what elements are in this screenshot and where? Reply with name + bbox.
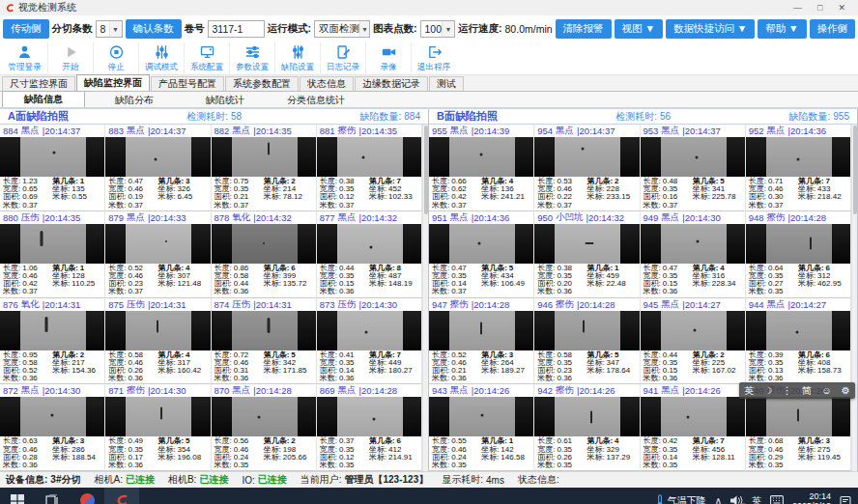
defect-cell[interactable]: 880 压伤 |20:14:35 长度:1.06 宽度:0.46 面积:0.42… (0, 211, 105, 298)
defect-meta: 长度:0.37 宽度:0.35 面积:0.12 米数:0.35 第几条:6 坐标… (317, 436, 421, 470)
defect-cell[interactable]: 873 压伤 |20:14:30 长度:0.41 宽度:0.35 面积:0.14… (317, 298, 422, 385)
scrollbar-thumb[interactable] (853, 126, 857, 214)
defect-cell[interactable]: 879 黑点 |20:14:33 长度:0.52 宽度:0.46 面积:0.23… (105, 211, 211, 298)
minimize-icon[interactable]: — (793, 0, 802, 15)
defect-image (212, 137, 316, 177)
main-tab-5[interactable]: 状态信息 (300, 76, 354, 91)
defect-cell[interactable]: 870 黑点 |20:14:28 长度:0.56 宽度:0.46 面积:0.24… (212, 384, 317, 471)
sub-tab-1[interactable]: 缺陷信息 (2, 91, 85, 107)
defect-cell[interactable]: 882 黑点 |20:14:35 长度:0.75 宽度:0.35 面积:0.21… (212, 125, 317, 211)
taskbar-app-inspection[interactable] (104, 488, 139, 504)
chart-points-select[interactable]: 100 ▼ (420, 20, 456, 38)
tool-log[interactable]: 日志记录 (320, 42, 365, 74)
clear-alarm-button[interactable]: 清除报警 (556, 19, 612, 39)
main-tab-4[interactable]: 系统参数配置 (225, 76, 299, 91)
defect-image (429, 137, 533, 177)
touch-keyboard-icon[interactable] (770, 495, 784, 504)
main-tab-6[interactable]: 边缘数据记录 (355, 76, 428, 91)
defect-cell[interactable]: 955 黑点 |20:14:39 长度:0.66 宽度:0.62 面积:0.42… (429, 125, 534, 211)
operate-side-button[interactable]: 操作侧 (810, 19, 856, 39)
defect-cell[interactable]: 948 擦伤 |20:14:28 长度:0.64 宽度:0.35 面积:0.27… (746, 211, 851, 298)
close-icon[interactable]: ✕ (838, 0, 845, 15)
taskbar-app-browser[interactable] (70, 488, 104, 504)
drive-side-button[interactable]: 传动侧 (3, 19, 49, 39)
input-language-indicator[interactable]: 英 (752, 494, 761, 504)
tool-stop[interactable]: 停止 (93, 42, 138, 74)
defect-cell[interactable]: 952 黑点 |20:14:36 长度:0.71 宽度:0.46 面积:0.30… (746, 125, 851, 211)
defect-id: 947 (432, 299, 447, 310)
maximize-icon[interactable]: □ (817, 0, 822, 15)
tray-expand-icon[interactable]: ∧ (715, 495, 722, 504)
main-tab-2[interactable]: 缺陷监控界面 (76, 74, 150, 91)
defect-cell[interactable]: 869 黑点 |20:14:28 长度:0.37 宽度:0.35 面积:0.12… (317, 384, 422, 471)
defect-cell[interactable]: 954 黑点 |20:14:37 长度:0.53 宽度:0.46 面积:0.22… (534, 125, 640, 211)
defect-cell[interactable]: 884 黑点 |20:14:37 长度:1.23 宽度:0.65 面积:0.69… (0, 125, 105, 211)
meta-value: 233.15 (607, 193, 630, 201)
tool-camera[interactable]: 录像 (365, 42, 411, 74)
defect-cell[interactable]: 945 黑点 |20:14:27 长度:0.44 宽度:0.35 面积:0.15… (641, 298, 746, 385)
defect-cell[interactable]: 941 黑点 |20:14:26 长度:0.42 宽度:0.35 面积:0.14… (641, 384, 746, 471)
tool-exit[interactable]: 退出程序 (411, 42, 456, 74)
defect-cell[interactable]: 878 氧化 |20:14:32 长度:0.86 宽度:0.58 面积:0.44… (212, 211, 317, 298)
defect-cell-header: 947 擦伤 |20:14:28 (429, 298, 533, 311)
defect-cell[interactable]: 876 氧化 |20:14:31 长度:0.95 宽度:0.58 面积:0.52… (0, 298, 105, 385)
defect-cell[interactable]: 883 黑点 |20:14:37 长度:0.47 宽度:0.46 面积:0.19… (105, 125, 211, 211)
defect-cell[interactable]: 949 黑点 |20:14:30 长度:0.47 宽度:0.35 面积:0.15… (641, 211, 746, 298)
defect-cell[interactable]: 943 黑点 |20:14:26 长度:0.55 宽度:0.46 面积:0.24… (429, 384, 534, 471)
defect-cell[interactable]: 872 黑点 |20:14:30 长度:0.63 宽度:0.46 面积:0.28… (0, 384, 105, 471)
run-mode-select[interactable]: 双面检测 ▼ (314, 20, 370, 38)
tool-user[interactable]: 管理登录 (2, 42, 47, 74)
roll-number-input[interactable]: 3117-1 (208, 20, 265, 38)
notification-center-icon[interactable] (840, 495, 851, 504)
meta-label: 米数: (108, 462, 126, 469)
sub-tab-4[interactable]: 分类信息统计 (274, 93, 358, 107)
panel-scrollbar[interactable] (422, 125, 428, 471)
panel-scrollbar[interactable] (851, 125, 857, 471)
ime-item-4[interactable]: 简 (802, 382, 812, 399)
ime-item-3[interactable]: ⋮ (783, 382, 792, 399)
sub-tab-2[interactable]: 缺陷分布 (93, 93, 176, 107)
meta-label: 米标: (693, 193, 710, 201)
meta-value: 225.78 (712, 193, 735, 201)
tool-play[interactable]: 开始 (47, 42, 93, 74)
defect-cell[interactable]: 881 擦伤 |20:14:35 长度:0.38 宽度:0.35 面积:0.12… (317, 125, 422, 211)
ime-item-1[interactable]: 英 (744, 382, 754, 399)
tool-monitor[interactable]: 系统配置 (184, 42, 229, 74)
defect-cell[interactable]: 953 黑点 |20:14:37 长度:0.48 宽度:0.35 面积:0.16… (641, 125, 746, 211)
defect-cell[interactable]: 875 压伤 |20:14:31 长度:0.58 宽度:0.46 面积:0.26… (105, 298, 211, 385)
ime-item-6[interactable]: ⚙ (842, 382, 850, 399)
defect-cell[interactable]: 871 擦伤 |20:14:30 长度:0.49 宽度:0.35 面积:0.17… (105, 384, 211, 471)
defect-cell[interactable]: 946 擦伤 |20:14:28 长度:0.58 宽度:0.35 面积:0.23… (534, 298, 640, 385)
taskbar-clock[interactable]: 20:14 2025/2/10 (792, 491, 831, 504)
sub-tab-3[interactable]: 缺陷统计 (184, 93, 267, 107)
weather-widget[interactable]: 气温下降 (656, 494, 706, 504)
defect-cell[interactable]: 947 擦伤 |20:14:28 长度:0.52 宽度:0.46 面积:0.21… (429, 298, 534, 385)
defect-cell-header: 955 黑点 |20:14:39 (429, 125, 533, 137)
volume-icon[interactable] (730, 495, 743, 504)
confirm-count-button[interactable]: 确认条数 (126, 19, 182, 39)
slit-count-select[interactable]: 8 ▼ (96, 20, 123, 38)
defect-cell[interactable]: 877 黑点 |20:14:32 长度:0.44 宽度:0.35 面积:0.15… (317, 211, 422, 298)
defect-cell[interactable]: 942 擦伤 |20:14:26 长度:0.61 宽度:0.35 面积:0.26… (534, 384, 640, 471)
scrollbar-thumb[interactable] (424, 126, 428, 214)
data-access-menu-button[interactable]: 数据快捷访问 ▼ (666, 19, 755, 39)
task-view-button[interactable] (35, 488, 70, 504)
tool-defect[interactable]: 缺陷设置 (274, 42, 320, 74)
help-menu-button[interactable]: 帮助 ▼ (758, 19, 806, 39)
main-tab-1[interactable]: 尺寸监控界面 (2, 76, 75, 91)
defect-cell[interactable]: 951 黑点 |20:14:36 长度:0.47 宽度:0.35 面积:0.14… (429, 211, 534, 298)
defect-cell[interactable]: 950 小凹坑 |20:14:32 长度:0.38 宽度:0.35 面积:0.2… (534, 211, 640, 298)
tool-debug[interactable]: 调试模式 (138, 42, 184, 74)
ime-item-5[interactable]: ☺ (821, 382, 831, 399)
ime-item-2[interactable]: ☽ (763, 382, 772, 399)
defect-cell[interactable]: 944 黑点 |20:14:27 长度:0.39 宽度:0.35 面积:0.13… (746, 298, 851, 385)
meta-value: 189.27 (500, 367, 524, 375)
tool-params[interactable]: 参数设置 (229, 42, 274, 74)
defect-type: 黑点 (767, 125, 786, 137)
start-button[interactable] (0, 488, 35, 504)
view-menu-button[interactable]: 视图 ▼ (615, 19, 663, 39)
main-tab-7[interactable]: 测试 (429, 76, 464, 91)
main-tab-3[interactable]: 产品型号配置 (151, 76, 224, 91)
meta-value: 0.37 (663, 202, 678, 210)
defect-cell[interactable]: 874 压伤 |20:14:31 长度:0.72 宽度:0.46 面积:0.31… (212, 298, 317, 385)
